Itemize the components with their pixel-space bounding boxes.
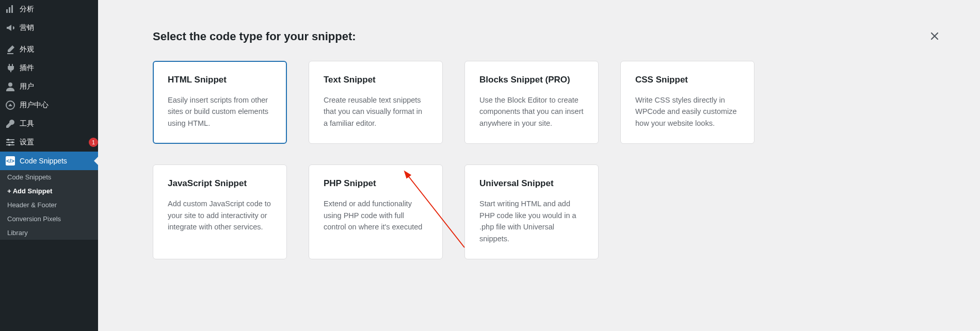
dashboard-icon — [5, 100, 15, 110]
sidebar-item-marketing[interactable]: 营销 — [0, 19, 98, 37]
update-badge: 1 — [89, 138, 98, 147]
sidebar-item-tools[interactable]: 工具 — [0, 114, 98, 133]
card-title: JavaScript Snippet — [168, 178, 272, 189]
sidebar-item-label: 用户 — [20, 82, 98, 91]
card-description: Extend or add functionality using PHP co… — [324, 198, 428, 233]
sidebar-item-code-snippets[interactable]: </> Code Snippets — [0, 152, 98, 170]
svg-rect-0 — [6, 9, 8, 13]
sidebar-item-label: 外观 — [20, 45, 98, 54]
close-button[interactable] — [926, 28, 943, 44]
card-blocks-snippet[interactable]: Blocks Snippet (PRO) Use the Block Edito… — [464, 61, 599, 144]
page-title: Select the code type for your snippet: — [153, 30, 951, 43]
sidebar-item-label: 设置 — [20, 138, 87, 147]
submenu-item-header-footer[interactable]: Header & Footer — [0, 198, 98, 212]
card-description: Start writing HTML and add PHP code like… — [479, 198, 584, 244]
svg-rect-2 — [11, 5, 13, 13]
card-description: Easily insert scripts from other sites o… — [168, 94, 272, 129]
card-title: Universal Snippet — [479, 178, 584, 189]
card-description: Add custom JavaScript code to your site … — [168, 198, 272, 233]
submenu-item-code-snippets[interactable]: Code Snippets — [0, 170, 98, 184]
svg-point-9 — [11, 141, 13, 143]
close-icon — [929, 31, 940, 41]
sidebar-item-label: 用户中心 — [20, 101, 98, 110]
svg-point-3 — [8, 82, 12, 87]
wrench-icon — [5, 119, 15, 129]
main-content: Select the code type for your snippet: H… — [98, 0, 980, 331]
sidebar-item-plugins[interactable]: 插件 — [0, 59, 98, 77]
sidebar-item-appearance[interactable]: 外观 — [0, 40, 98, 59]
plug-icon — [5, 63, 15, 73]
submenu-item-add-snippet[interactable]: + Add Snippet — [0, 184, 98, 198]
svg-point-10 — [8, 144, 10, 146]
sidebar-item-label: 营销 — [20, 23, 98, 32]
card-css-snippet[interactable]: CSS Snippet Write CSS styles directly in… — [620, 61, 754, 144]
sidebar-item-users[interactable]: 用户 — [0, 77, 98, 96]
code-icon: </> — [5, 156, 15, 166]
card-title: HTML Snippet — [168, 75, 272, 85]
svg-point-8 — [7, 139, 9, 141]
svg-text:</>: </> — [6, 158, 14, 164]
sidebar-submenu: Code Snippets + Add Snippet Header & Foo… — [0, 170, 98, 240]
card-php-snippet[interactable]: PHP Snippet Extend or add functionality … — [309, 164, 443, 259]
sidebar-item-label: Code Snippets — [20, 157, 98, 165]
submenu-item-conversion-pixels[interactable]: Conversion Pixels — [0, 212, 98, 226]
card-universal-snippet[interactable]: Universal Snippet Start writing HTML and… — [464, 164, 599, 259]
card-javascript-snippet[interactable]: JavaScript Snippet Add custom JavaScript… — [153, 164, 287, 259]
sidebar-item-label: 工具 — [20, 119, 98, 128]
sidebar-item-analytics[interactable]: 分析 — [0, 0, 98, 19]
card-title: PHP Snippet — [324, 178, 428, 189]
chart-bar-icon — [5, 4, 15, 14]
card-html-snippet[interactable]: HTML Snippet Easily insert scripts from … — [153, 61, 287, 144]
sidebar-item-settings[interactable]: 设置 1 — [0, 133, 98, 152]
sidebar-item-label: 插件 — [20, 63, 98, 73]
megaphone-icon — [5, 23, 15, 33]
card-description: Use the Block Editor to create component… — [479, 94, 584, 129]
card-title: Text Snippet — [324, 75, 428, 85]
user-icon — [5, 81, 15, 92]
svg-rect-1 — [9, 7, 10, 13]
submenu-item-library[interactable]: Library — [0, 226, 98, 240]
card-title: Blocks Snippet (PRO) — [479, 75, 584, 85]
sidebar-item-label: 分析 — [20, 5, 98, 14]
card-title: CSS Snippet — [635, 75, 740, 85]
admin-sidebar: 分析 营销 外观 插件 用户 用户中心 工具 — [0, 0, 98, 331]
sliders-icon — [5, 137, 15, 147]
card-text-snippet[interactable]: Text Snippet Create reusable text snippe… — [309, 61, 443, 144]
card-description: Write CSS styles directly in WPCode and … — [635, 94, 740, 129]
sidebar-item-user-center[interactable]: 用户中心 — [0, 96, 98, 114]
snippet-type-cards: HTML Snippet Easily insert scripts from … — [153, 61, 951, 259]
card-description: Create reusable text snippets that you c… — [324, 94, 428, 129]
brush-icon — [5, 44, 15, 55]
